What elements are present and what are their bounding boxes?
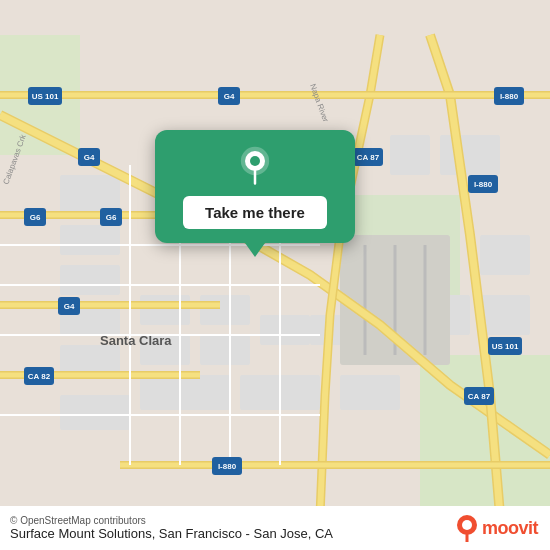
location-suffix: CA bbox=[315, 526, 333, 541]
moovit-brand-name: moovit bbox=[482, 518, 538, 539]
svg-rect-5 bbox=[60, 225, 120, 255]
svg-text:G6: G6 bbox=[106, 213, 117, 222]
moovit-pin-icon bbox=[456, 514, 478, 542]
svg-text:CA 82: CA 82 bbox=[28, 372, 51, 381]
svg-rect-21 bbox=[480, 235, 530, 275]
location-name: Surface Mount Solutions, San Francisco -… bbox=[10, 526, 311, 541]
svg-rect-23 bbox=[390, 135, 430, 175]
moovit-logo: moovit bbox=[456, 514, 538, 542]
svg-text:US 101: US 101 bbox=[32, 92, 59, 101]
svg-rect-10 bbox=[200, 295, 250, 325]
svg-point-79 bbox=[462, 520, 472, 530]
location-pin-icon bbox=[235, 146, 275, 186]
bottom-text-group: © OpenStreetMap contributors Surface Mou… bbox=[10, 515, 333, 541]
svg-text:Santa Clara: Santa Clara bbox=[100, 333, 172, 348]
svg-rect-11 bbox=[200, 335, 250, 365]
svg-rect-8 bbox=[60, 345, 120, 375]
svg-rect-13 bbox=[260, 315, 310, 345]
svg-text:G6: G6 bbox=[30, 213, 41, 222]
svg-text:US 101: US 101 bbox=[492, 342, 519, 351]
svg-text:G4: G4 bbox=[64, 302, 75, 311]
svg-rect-22 bbox=[440, 135, 500, 175]
svg-text:G4: G4 bbox=[84, 153, 95, 162]
svg-rect-6 bbox=[60, 265, 120, 295]
svg-text:CA 87: CA 87 bbox=[357, 153, 380, 162]
copyright-text: © OpenStreetMap contributors bbox=[10, 515, 333, 526]
svg-text:I-880: I-880 bbox=[218, 462, 237, 471]
svg-text:CA 87: CA 87 bbox=[468, 392, 491, 401]
svg-rect-20 bbox=[480, 295, 530, 335]
svg-rect-15 bbox=[140, 375, 230, 410]
svg-text:G4: G4 bbox=[224, 92, 235, 101]
take-me-there-button[interactable]: Take me there bbox=[183, 196, 327, 229]
popup-card: Take me there bbox=[155, 130, 355, 243]
location-text: Surface Mount Solutions, San Francisco -… bbox=[10, 526, 333, 541]
svg-point-77 bbox=[250, 156, 260, 166]
map-svg: US 101 G4 G4 G6 G6 G4 CA 82 I-880 I-880 … bbox=[0, 0, 550, 550]
svg-rect-18 bbox=[60, 395, 130, 430]
map-container: US 101 G4 G4 G6 G6 G4 CA 82 I-880 I-880 … bbox=[0, 0, 550, 550]
svg-rect-9 bbox=[140, 295, 190, 325]
svg-rect-17 bbox=[340, 375, 400, 410]
bottom-bar: © OpenStreetMap contributors Surface Mou… bbox=[0, 506, 550, 550]
svg-text:I-880: I-880 bbox=[500, 92, 519, 101]
svg-text:I-880: I-880 bbox=[474, 180, 493, 189]
